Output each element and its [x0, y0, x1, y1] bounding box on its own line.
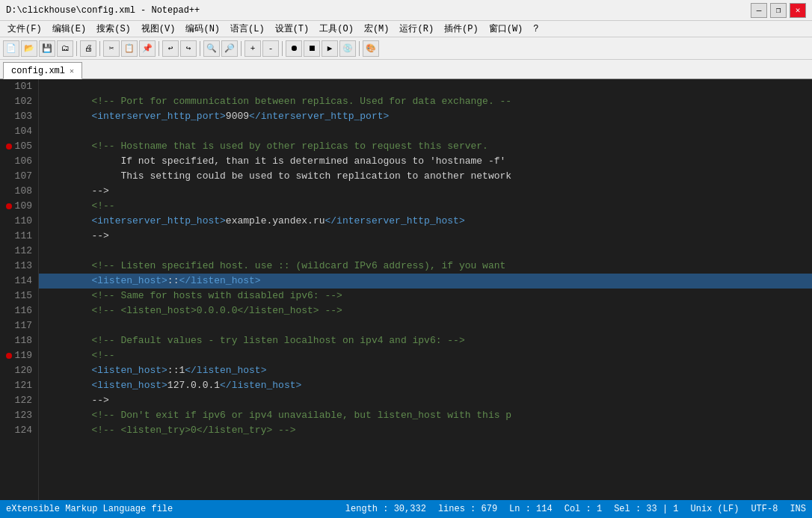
line-number: 107: [3, 169, 32, 184]
menu-help[interactable]: ?: [529, 22, 543, 36]
restore-button[interactable]: ❐: [770, 3, 787, 18]
table-row: <!-- Hostname that is used by other repl…: [39, 139, 812, 154]
menu-view[interactable]: 视图(V): [137, 21, 180, 37]
close-button[interactable]: ✕: [790, 3, 806, 18]
title-bar: D:\clickhouse\config.xml - Notepad++ — ❐…: [0, 0, 812, 21]
line-number: 103: [3, 109, 32, 124]
macro-stop-button[interactable]: ⏹: [304, 40, 320, 57]
open-button[interactable]: 📂: [21, 40, 37, 57]
line-num-text: 121: [15, 378, 32, 393]
line-num-text: 120: [15, 363, 32, 378]
copy-button[interactable]: 📋: [121, 40, 138, 57]
line-num-text: 124: [15, 423, 32, 438]
line-num-text: 113: [15, 259, 32, 274]
menu-file[interactable]: 文件(F): [3, 21, 46, 37]
line-number: 101: [3, 79, 32, 94]
table-row: [39, 244, 812, 259]
tab-bar: config.xml ✕: [0, 60, 812, 79]
new-button[interactable]: 📄: [3, 40, 19, 57]
menu-language[interactable]: 语言(L): [226, 21, 269, 37]
title-text: D:\clickhouse\config.xml - Notepad++: [6, 5, 200, 16]
menu-tools[interactable]: 工具(O): [315, 21, 358, 37]
line-number: 115: [3, 289, 32, 303]
line-num-text: 111: [15, 229, 32, 244]
line-num-text: 112: [15, 244, 32, 259]
line-num-text: 110: [15, 214, 32, 229]
tab-label: config.xml: [11, 66, 65, 76]
line-num-text: 114: [15, 274, 32, 289]
line-number: 122: [3, 393, 32, 408]
tab-config-xml[interactable]: config.xml ✕: [3, 62, 82, 79]
table-row: <!-- Don't exit if ipv6 or ipv4 unavaila…: [39, 408, 812, 423]
table-row: <!-- <listen_host>0.0.0.0</listen_host> …: [39, 303, 812, 318]
lines-label: lines : 679: [438, 504, 497, 514]
menu-macro[interactable]: 宏(M): [360, 21, 394, 37]
table-row: [39, 124, 812, 139]
table-row: [39, 318, 812, 333]
cut-button[interactable]: ✂: [103, 40, 120, 57]
find-button[interactable]: 🔍: [203, 40, 220, 57]
macro-play-button[interactable]: ▶: [322, 40, 338, 57]
print-button[interactable]: 🖨: [80, 40, 96, 57]
line-number: 110: [3, 214, 32, 229]
line-number: 119: [3, 348, 32, 363]
breakpoint-icon: [6, 203, 12, 209]
table-row: This setting could be used to switch rep…: [39, 169, 812, 184]
zoom-in-button[interactable]: +: [244, 40, 261, 57]
line-number: 121: [3, 378, 32, 393]
table-row: <listen_host>127.0.0.1</listen_host>: [39, 378, 812, 393]
code-content[interactable]: <!-- Port for communication between repl…: [39, 79, 812, 500]
menu-window[interactable]: 窗口(W): [485, 21, 528, 37]
menu-plugins[interactable]: 插件(P): [440, 21, 483, 37]
syntax-highlight-button[interactable]: 🎨: [363, 40, 379, 57]
line-number: 104: [3, 124, 32, 139]
line-number: 114: [3, 274, 32, 289]
menu-run[interactable]: 运行(R): [395, 21, 438, 37]
save-all-button[interactable]: 🗂: [57, 40, 73, 57]
line-number: 118: [3, 333, 32, 348]
save-button[interactable]: 💾: [39, 40, 55, 57]
line-numbers: 1011021031041051061071081091101111121131…: [0, 79, 39, 500]
ins-label: INS: [790, 504, 806, 514]
menu-search[interactable]: 搜索(S): [92, 21, 135, 37]
file-type-label: eXtensible Markup Language file: [6, 504, 173, 514]
line-num-text: 104: [15, 124, 32, 139]
title-controls: — ❐ ✕: [751, 3, 806, 18]
status-left: eXtensible Markup Language file: [6, 504, 173, 514]
table-row: <listen_host>::</listen_host>: [39, 274, 812, 289]
table-row: <!-- Default values - try listen localho…: [39, 333, 812, 348]
menu-edit[interactable]: 编辑(E): [48, 21, 91, 37]
line-num-text: 122: [15, 393, 32, 408]
toolbar-separator-7: [359, 41, 360, 56]
line-num-text: 101: [15, 79, 32, 94]
line-num-text: 123: [15, 408, 32, 423]
toolbar-separator-5: [241, 41, 242, 56]
table-row: <!-- Same for hosts with disabled ipv6: …: [39, 289, 812, 303]
paste-button[interactable]: 📌: [139, 40, 156, 57]
menu-encode[interactable]: 编码(N): [181, 21, 224, 37]
table-row: <listen_host>::1</listen_host>: [39, 363, 812, 378]
line-num-text: 108: [15, 184, 32, 199]
redo-button[interactable]: ↪: [180, 40, 197, 57]
toolbar: 📄 📂 💾 🗂 🖨 ✂ 📋 📌 ↩ ↪ 🔍 🔎 + - ⏺ ⏹ ▶ 💿 🎨: [0, 37, 812, 60]
ln-label: Ln : 114: [509, 504, 553, 514]
tab-close-button[interactable]: ✕: [70, 67, 74, 75]
toolbar-separator-4: [200, 41, 200, 56]
line-number: 113: [3, 259, 32, 274]
line-number: 108: [3, 184, 32, 199]
length-label: length : 30,332: [345, 504, 426, 514]
menu-settings[interactable]: 设置(T): [271, 21, 314, 37]
sel-label: Sel : 33 | 1: [614, 504, 678, 514]
zoom-out-button[interactable]: -: [262, 40, 279, 57]
find-replace-button[interactable]: 🔎: [221, 40, 238, 57]
table-row: <!--: [39, 348, 812, 363]
line-num-text: 116: [15, 303, 32, 318]
undo-button[interactable]: ↩: [162, 40, 179, 57]
line-number: 117: [3, 318, 32, 333]
macro-record-button[interactable]: ⏺: [286, 40, 302, 57]
macro-save-button[interactable]: 💿: [339, 40, 356, 57]
line-num-text: 102: [15, 94, 32, 109]
line-number: 112: [3, 244, 32, 259]
minimize-button[interactable]: —: [751, 3, 767, 18]
table-row: [39, 79, 812, 94]
